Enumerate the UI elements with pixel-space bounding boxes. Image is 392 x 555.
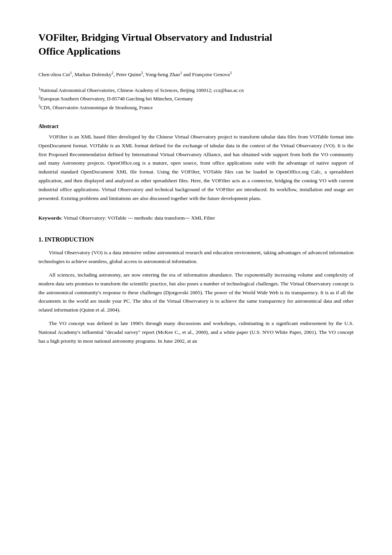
section1-title: 1. INTRODUCTION bbox=[38, 236, 354, 243]
author1-name: Chen-zhou Cui bbox=[38, 72, 70, 77]
paper-title: VOFilter, Bridging Virtual Observatory a… bbox=[38, 31, 354, 59]
affil3-text: CDS, Observatoire Astronomique de Strasb… bbox=[40, 105, 153, 110]
section1-para1: Virtual Observatory (VO) is a data inten… bbox=[38, 248, 354, 266]
title-line2: Office Applications bbox=[38, 45, 354, 58]
title-line1: VOFilter, Bridging Virtual Observatory a… bbox=[38, 31, 354, 45]
keywords-label: Keywords bbox=[38, 215, 61, 221]
affiliations-block: 1National Astronomical Observatories, Ch… bbox=[38, 86, 354, 112]
affil1-text: National Astronomical Observatories, Chi… bbox=[40, 87, 244, 93]
affil2-text: European Southern Observatory, D-85748 G… bbox=[40, 96, 193, 102]
author2-prefix: , Markus Dolensky bbox=[72, 72, 111, 77]
author5-sup: 3 bbox=[230, 70, 232, 75]
section1-para2: All sciences, including astronomy, are n… bbox=[38, 271, 354, 315]
author3-prefix: , Peter Quinn bbox=[113, 72, 141, 77]
author5-prefix: and Françoise Genova bbox=[182, 72, 230, 77]
abstract-label: Abstract bbox=[38, 123, 354, 130]
affiliation-3: 3CDS, Observatoire Astronomique de Stras… bbox=[38, 103, 354, 112]
keywords-block: Keywords: Virtual Observatory: VOTable -… bbox=[38, 214, 354, 222]
abstract-section: Abstract VOFilter is an XML based filter… bbox=[38, 123, 354, 203]
authors-line: Chen-zhou Cui1, Markus Dolensky2, Peter … bbox=[38, 70, 354, 79]
affiliation-1: 1National Astronomical Observatories, Ch… bbox=[38, 86, 354, 95]
affiliation-2: 2European Southern Observatory, D-85748 … bbox=[38, 95, 354, 103]
page: VOFilter, Bridging Virtual Observatory a… bbox=[0, 0, 392, 555]
section1-para3: The VO concept was defined in late 1990'… bbox=[38, 319, 354, 346]
keywords-text: : Virtual Observatory: VOTable --- metho… bbox=[61, 215, 215, 221]
author4-prefix: , Yong-heng Zhao bbox=[143, 72, 180, 77]
abstract-text: VOFilter is an XML based filter develope… bbox=[38, 133, 354, 203]
